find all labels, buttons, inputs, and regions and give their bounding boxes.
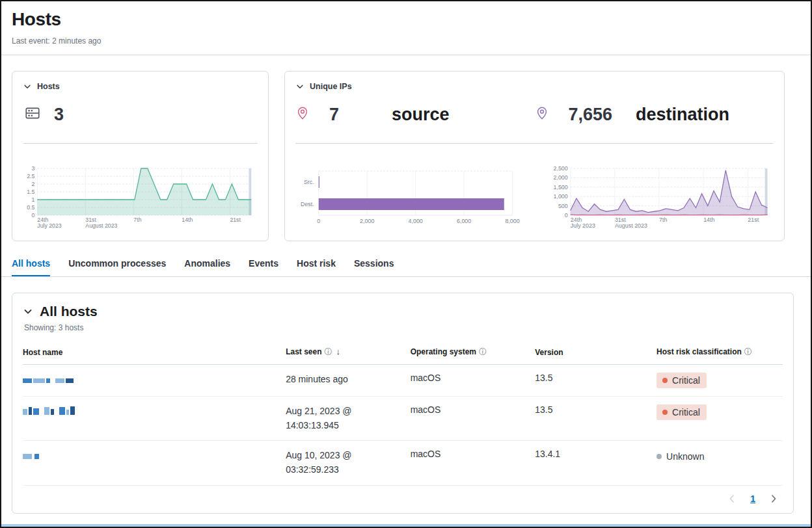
svg-text:0: 0: [32, 212, 35, 218]
version-value: 13.5: [535, 373, 552, 383]
unique-ips-panel-header: Unique IPs: [295, 82, 774, 91]
chevron-down-icon[interactable]: [295, 82, 304, 91]
os-value: macOS: [411, 373, 441, 383]
header-divider: [1, 55, 811, 55]
page-title: Hosts: [12, 9, 800, 30]
svg-text:14th: 14th: [182, 217, 193, 223]
svg-text:6,000: 6,000: [457, 218, 471, 224]
tab-all-hosts[interactable]: All hosts: [12, 258, 50, 276]
destination-ips-count: 7,656: [569, 105, 613, 125]
all-hosts-title-row: All hosts: [23, 304, 783, 319]
host-name-redacted[interactable]: [23, 449, 280, 459]
hosts-panel-title: Hosts: [37, 82, 60, 91]
all-hosts-panel: All hosts Showing: 3 hosts Host name Las…: [12, 293, 794, 514]
svg-text:8,000: 8,000: [505, 218, 519, 224]
storage-icon: [24, 105, 41, 124]
source-ips-count: 7: [329, 105, 368, 125]
risk-badge: Unknown: [656, 449, 704, 464]
last-event-text: Last event: 2 minutes ago: [12, 36, 800, 46]
table-row: Aug 21, 2023 @ 14:03:13.945 macOS 13.5 C…: [23, 397, 783, 441]
page-number-1[interactable]: 1: [750, 494, 755, 504]
svg-text:2,500: 2,500: [553, 165, 567, 172]
unique-ips-kpi-panel: Unique IPs 7 source 7,656 destination: [284, 71, 785, 241]
risk-dot-icon: [656, 454, 662, 459]
risk-badge: Critical: [656, 404, 707, 420]
svg-text:1,500: 1,500: [553, 184, 567, 191]
previous-page-button[interactable]: [727, 494, 737, 504]
tab-events[interactable]: Events: [249, 258, 278, 276]
os-value: macOS: [411, 449, 441, 459]
host-name-redacted[interactable]: [23, 373, 280, 383]
hosts-kpi-panel: Hosts 3 00.511.522.5324thJuly 202331stAu…: [12, 71, 269, 241]
panel-divider: [295, 143, 774, 144]
tab-anomalies[interactable]: Anomalies: [184, 258, 230, 276]
hosts-panel-header: Hosts: [23, 82, 258, 91]
info-icon[interactable]: ⓘ: [324, 347, 332, 356]
col-last-seen[interactable]: Last seenⓘ↓: [286, 341, 411, 365]
svg-text:4,000: 4,000: [409, 218, 423, 224]
source-ips-metric: 7 source: [295, 101, 535, 127]
svg-text:August 2023: August 2023: [85, 222, 117, 229]
hosts-metric: 3: [24, 101, 258, 127]
destination-ips-label: destination: [636, 105, 729, 125]
next-page-button[interactable]: [768, 494, 779, 504]
col-version: Version: [535, 341, 656, 365]
unique-ips-panel-title: Unique IPs: [310, 82, 352, 91]
col-risk-classification: Host risk classificationⓘ: [656, 341, 783, 365]
svg-text:0: 0: [317, 218, 320, 224]
destination-ips-metric: 7,656 destination: [535, 101, 774, 127]
timeline-bottom-bar[interactable]: [1, 524, 811, 527]
last-seen-value: Aug 21, 2023 @ 14:03:13.945: [286, 404, 377, 432]
table-row: Aug 10, 2023 @ 03:32:59.233 macOS 13.4.1…: [23, 441, 783, 485]
risk-dot-icon: [662, 378, 668, 383]
hosts-tabs: All hosts Uncommon processes Anomalies E…: [1, 258, 811, 277]
svg-text:Dest.: Dest.: [301, 201, 314, 207]
table-header-row: Host name Last seenⓘ↓ Operating systemⓘ …: [23, 341, 783, 365]
risk-dot-icon: [662, 410, 668, 415]
svg-text:July 2023: July 2023: [570, 222, 595, 229]
version-value: 13.4.1: [535, 449, 560, 459]
chevron-down-icon[interactable]: [23, 82, 32, 91]
source-pin-icon: [295, 106, 310, 123]
kpi-row: Hosts 3 00.511.522.5324thJuly 202331stAu…: [12, 71, 785, 241]
unique-ips-area-chart: 05001,0001,5002,0002,50024thJuly 202331s…: [549, 165, 774, 232]
tab-sessions[interactable]: Sessions: [354, 258, 394, 276]
svg-text:Src.: Src.: [304, 179, 314, 185]
risk-badge: Critical: [656, 373, 707, 388]
tab-uncommon-processes[interactable]: Uncommon processes: [68, 258, 166, 276]
last-seen-value: Aug 10, 2023 @ 03:32:59.233: [286, 449, 377, 477]
source-ips-label: source: [392, 105, 450, 125]
all-hosts-table: Host name Last seenⓘ↓ Operating systemⓘ …: [23, 341, 783, 486]
last-seen-value: 28 minutes ago: [286, 373, 377, 387]
unique-ips-metrics: 7 source 7,656 destination: [295, 101, 774, 127]
svg-text:2: 2: [32, 181, 35, 187]
svg-text:2.5: 2.5: [27, 173, 34, 179]
pagination: 1: [23, 486, 783, 509]
col-operating-system: Operating systemⓘ: [411, 341, 535, 365]
svg-text:August 2023: August 2023: [614, 222, 647, 229]
page-header: Hosts Last event: 2 minutes ago: [1, 1, 811, 46]
hosts-area-chart: 00.511.522.5324thJuly 202331stAugust 202…: [23, 165, 258, 232]
version-value: 13.5: [535, 404, 552, 415]
svg-text:21st: 21st: [748, 217, 759, 223]
sort-desc-icon[interactable]: ↓: [336, 347, 340, 356]
svg-text:7th: 7th: [133, 217, 141, 223]
svg-text:2,000: 2,000: [553, 174, 567, 181]
destination-pin-icon: [535, 106, 549, 123]
svg-text:500: 500: [558, 203, 567, 209]
tab-host-risk[interactable]: Host risk: [297, 258, 336, 276]
info-icon[interactable]: ⓘ: [744, 347, 752, 356]
info-icon[interactable]: ⓘ: [479, 347, 487, 356]
unique-ips-bar-chart: 02,0004,0006,0008,000Src.Dest.: [295, 165, 521, 232]
os-value: macOS: [411, 404, 441, 415]
unique-ips-charts: 02,0004,0006,0008,000Src.Dest. 05001,000…: [295, 165, 774, 232]
chevron-down-icon[interactable]: [23, 306, 33, 317]
hosts-page: Hosts Last event: 2 minutes ago Hosts 3 …: [0, 0, 812, 528]
showing-count: Showing: 3 hosts: [24, 323, 783, 332]
panel-divider: [23, 143, 258, 144]
svg-text:7th: 7th: [659, 217, 667, 223]
svg-text:3: 3: [32, 165, 35, 172]
host-name-redacted[interactable]: [23, 404, 280, 415]
svg-text:14th: 14th: [703, 217, 714, 223]
svg-text:1.5: 1.5: [27, 189, 34, 195]
